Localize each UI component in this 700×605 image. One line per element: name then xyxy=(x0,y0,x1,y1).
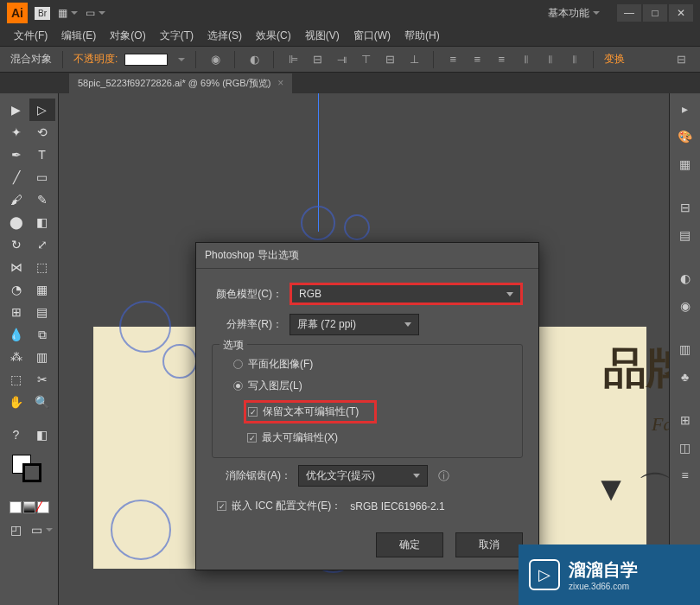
gradient-tool[interactable]: ▤ xyxy=(29,301,55,323)
antialias-info-icon[interactable]: ⓘ xyxy=(435,468,452,485)
style-icon[interactable]: ◉ xyxy=(207,51,224,68)
symbol-sprayer-tool[interactable]: ⁂ xyxy=(3,346,29,368)
menu-type[interactable]: 文字(T) xyxy=(153,29,200,43)
menu-object[interactable]: 对象(O) xyxy=(103,29,152,43)
gradient-panel-icon[interactable]: ▤ xyxy=(675,225,696,245)
appearance-panel-icon[interactable]: ◉ xyxy=(675,296,696,316)
slice-tool[interactable]: ✂ xyxy=(29,368,55,391)
close-button[interactable]: ✕ xyxy=(669,4,693,22)
free-transform-tool[interactable]: ⬚ xyxy=(29,256,55,278)
menu-view[interactable]: 视图(V) xyxy=(298,29,347,43)
layers-panel-icon[interactable]: ▥ xyxy=(675,339,696,360)
gradient-mode-btn[interactable] xyxy=(23,501,35,513)
panel-menu-icon[interactable]: ⊟ xyxy=(672,51,690,68)
watermark-play-icon: ▷ xyxy=(529,559,560,590)
menu-edit[interactable]: 编辑(E) xyxy=(54,29,103,43)
dist-left-icon[interactable]: ⦀ xyxy=(517,51,534,68)
antialias-select[interactable]: 优化文字(提示) xyxy=(298,465,428,487)
dist-top-icon[interactable]: ≡ xyxy=(444,51,461,68)
align-left-icon[interactable]: ⊫ xyxy=(284,51,302,68)
screen-mode-icon[interactable]: ▭ xyxy=(29,519,55,541)
direct-selection-tool[interactable]: ▷ xyxy=(29,99,55,121)
fill-mode-icon[interactable]: ◧ xyxy=(29,424,55,446)
draw-normal-icon[interactable]: ◰ xyxy=(3,519,29,541)
menu-bar: 文件(F) 编辑(E) 对象(O) 文字(T) 选择(S) 效果(C) 视图(V… xyxy=(0,26,700,47)
perspective-grid-tool[interactable]: ▦ xyxy=(29,278,55,301)
recolor-icon[interactable]: ◐ xyxy=(245,51,263,68)
column-graph-tool[interactable]: ▥ xyxy=(29,346,55,368)
tab-close-icon[interactable]: × xyxy=(277,77,283,89)
scale-tool[interactable]: ⤢ xyxy=(29,233,55,256)
paintbrush-tool[interactable]: 🖌 xyxy=(3,188,29,211)
menu-help[interactable]: 帮助(H) xyxy=(398,29,447,43)
opacity-input[interactable] xyxy=(124,54,168,66)
ok-button[interactable]: 确定 xyxy=(376,532,443,557)
preserve-text-checkbox[interactable]: 保留文本可编辑性(T) xyxy=(244,400,377,424)
icc-profile-value: sRGB IEC61966-2.1 xyxy=(350,500,444,513)
transparency-panel-icon[interactable]: ◐ xyxy=(675,268,696,289)
swatches-panel-icon[interactable]: ▦ xyxy=(675,154,696,175)
maximize-button[interactable]: □ xyxy=(643,4,667,22)
artboard-tool[interactable]: ⬚ xyxy=(3,368,29,391)
resolution-select[interactable]: 屏幕 (72 ppi) xyxy=(290,314,419,335)
dist-hcenter-icon[interactable]: ⦀ xyxy=(541,51,558,68)
brushes-panel-icon[interactable]: ⊞ xyxy=(675,410,696,430)
type-tool[interactable]: T xyxy=(29,143,55,166)
align-top-icon[interactable]: ⊤ xyxy=(357,51,374,68)
extras-icon[interactable]: ▭ xyxy=(86,5,104,21)
shape-builder-tool[interactable]: ◔ xyxy=(3,278,29,301)
color-model-label: 颜色模型(C)： xyxy=(212,287,290,302)
align-right-icon[interactable]: ⫣ xyxy=(333,51,350,68)
eyedropper-tool[interactable]: 💧 xyxy=(3,323,29,346)
mesh-tool[interactable]: ⊞ xyxy=(3,301,29,323)
workspace-switcher[interactable]: 基本功能 xyxy=(548,6,600,21)
cancel-button[interactable]: 取消 xyxy=(455,532,523,557)
max-editability-checkbox[interactable]: 最大可编辑性(X) xyxy=(223,427,512,449)
selection-tool[interactable]: ▶ xyxy=(3,99,29,121)
dist-vcenter-icon[interactable]: ≡ xyxy=(468,51,486,68)
minimize-button[interactable]: — xyxy=(617,4,641,22)
align-vcenter-icon[interactable]: ⊟ xyxy=(381,51,398,68)
menu-select[interactable]: 选择(S) xyxy=(200,29,249,43)
embed-icc-checkbox[interactable]: 嵌入 ICC 配置文件(E)： sRGB IEC61966-2.1 xyxy=(212,495,523,517)
width-tool[interactable]: ⋈ xyxy=(3,256,29,278)
menu-file[interactable]: 文件(F) xyxy=(7,29,54,43)
align-hcenter-icon[interactable]: ⊟ xyxy=(309,51,326,68)
blob-brush-tool[interactable]: ⬤ xyxy=(3,211,29,233)
menu-effect[interactable]: 效果(C) xyxy=(249,29,298,43)
rotate-tool[interactable]: ↻ xyxy=(3,233,29,256)
color-mode-btn[interactable] xyxy=(10,501,22,513)
dist-bottom-icon[interactable]: ≡ xyxy=(493,51,510,68)
zoom-tool[interactable]: 🔍 xyxy=(29,391,55,413)
none-mode-btn[interactable]: ⁄ xyxy=(37,501,49,513)
artboard-subtext: Fash xyxy=(652,413,669,436)
stroke-panel-icon[interactable]: ⊟ xyxy=(675,197,696,218)
rectangle-tool[interactable]: ▭ xyxy=(29,166,55,188)
help-icon[interactable]: ? xyxy=(3,424,29,446)
collapse-icon[interactable]: ▸ xyxy=(675,99,696,119)
hand-tool[interactable]: ✋ xyxy=(3,391,29,413)
dist-right-icon[interactable]: ⦀ xyxy=(565,51,582,68)
menu-window[interactable]: 窗口(W) xyxy=(347,29,398,43)
arrange-docs-icon[interactable]: ▦ xyxy=(59,5,76,21)
stroke-swatch[interactable] xyxy=(22,463,41,482)
line-tool[interactable]: ╱ xyxy=(3,166,29,188)
magic-wand-tool[interactable]: ✦ xyxy=(3,121,29,143)
color-panel-icon[interactable]: 🎨 xyxy=(675,126,696,147)
graphic-styles-icon[interactable]: ◫ xyxy=(675,437,696,458)
align-panel-icon[interactable]: ≡ xyxy=(675,465,696,486)
pencil-tool[interactable]: ✎ xyxy=(29,188,55,211)
bridge-badge[interactable]: Br xyxy=(35,7,50,20)
write-layers-radio[interactable]: 写入图层(L) xyxy=(223,375,512,397)
color-model-select[interactable]: RGB xyxy=(290,283,523,305)
pen-tool[interactable]: ✒ xyxy=(3,143,29,166)
transform-label[interactable]: 变换 xyxy=(604,52,625,67)
blend-tool[interactable]: ⧉ xyxy=(29,323,55,346)
document-tab[interactable]: 58pic_5223f69272826.ai* @ 69% (RGB/预览) × xyxy=(69,73,292,93)
align-bottom-icon[interactable]: ⊥ xyxy=(405,51,423,68)
eraser-tool[interactable]: ◧ xyxy=(29,211,55,233)
fill-stroke-swatches[interactable] xyxy=(0,455,58,481)
lasso-tool[interactable]: ⟲ xyxy=(29,121,55,143)
flat-image-radio[interactable]: 平面化图像(F) xyxy=(223,353,512,375)
symbols-panel-icon[interactable]: ♣ xyxy=(675,366,696,387)
